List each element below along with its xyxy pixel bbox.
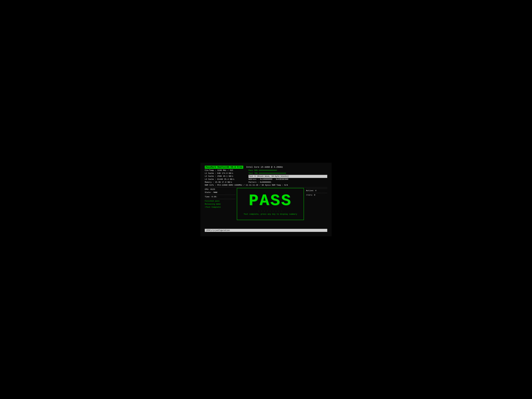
left-divider [205,195,235,195]
right-info-col: Pass 50% ################ Test 78% #####… [248,169,327,184]
log-line-2: Releasing memo [205,203,235,206]
title-badge: PassMark MemTest86 V9.0 Free [205,166,243,169]
right-divider-top [306,189,327,189]
pass-text: PASS [249,193,292,209]
info-grid: Clk/Temp : 3198 MHz / 51C L1 Cache : 64K… [205,169,327,184]
log-line-1: Finished pass [205,200,235,203]
right-divider-mid [306,193,327,193]
clk-temp-line: Clk/Temp : 3198 MHz / 51C [205,169,248,172]
errors-stat: rrors: 0 [306,194,327,197]
screen: PassMark MemTest86 V9.0 Free Intel Core … [200,163,332,236]
center-panel: PASS - - - - - - - - - Test complete, pr… [237,188,304,220]
main-area: CPU: 0123 State: /WWW Time: 0:36: Finish… [205,188,327,220]
l3-line: L3 Cache : 6144K 35.4 GB/s [205,178,248,181]
cpu-info: Intel Core i5-4460 @ 3.20GHz [246,166,283,168]
l2-line: L2 Cache : 256K 49.1 GB/s [205,175,248,178]
test-name-line: Test 6 [Block move, 64-byte blocks] [248,175,327,178]
test-progress-line: Test 78% ######################## [248,172,327,175]
pattern-line: Pattern : 0x00000001 [248,181,327,184]
left-panel: CPU: 0123 State: /WWW Time: 0:36: Finish… [205,188,237,220]
address-line: Address : 0x100000000 - 0x43E6DC000 [248,178,327,181]
header-row: PassMark MemTest86 V9.0 Free Intel Core … [205,166,327,169]
right-panel: Active: 4 rrors: 0 [304,188,327,220]
active-stat: Active: 4 [306,189,327,192]
center-divider: - - - - - - - - - [258,210,283,212]
bottom-bar: (ESC)/(c)onfiguration [205,229,327,232]
memory-line: Memory : 15.9G 17.8 GB/s [205,181,248,184]
left-divider2 [205,199,235,199]
ram-info-line: RAM Info : PC3-12800 DDR3 1600MHz / 11-1… [205,184,327,187]
center-message: Test complete, press any key to display … [244,213,297,215]
pass-progress-line: Pass 50% ################ [248,169,327,172]
log-line-3: >Test Complete [205,206,235,209]
time-stat-line: Time: 0:36: [205,196,235,198]
l1-line: L1 Cache : 64K 174.9 GB/s [205,172,248,175]
cpu-stat-line: CPU: 0123 [205,188,235,191]
state-stat-line: State: /WWW [205,191,235,194]
left-info-col: Clk/Temp : 3198 MHz / 51C L1 Cache : 64K… [205,169,248,184]
